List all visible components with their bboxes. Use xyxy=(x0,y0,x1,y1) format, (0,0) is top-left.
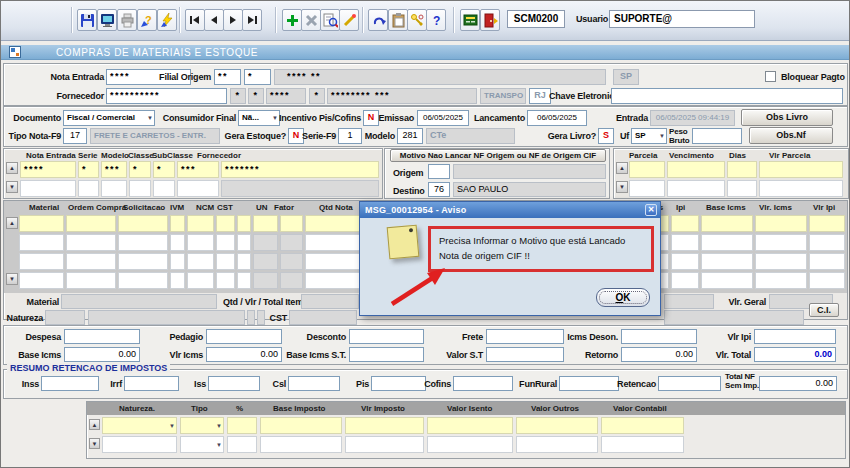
nav-next-button[interactable] xyxy=(223,9,243,31)
items-cell[interactable] xyxy=(19,215,64,232)
nota-grid-cell[interactable]: * xyxy=(129,161,151,178)
items-cell[interactable] xyxy=(809,215,845,232)
parcelas-cell[interactable] xyxy=(759,161,843,178)
csl-field[interactable] xyxy=(288,376,340,391)
ci-button[interactable]: C.I. xyxy=(809,303,839,317)
tipo-nota-field[interactable]: 17 xyxy=(63,128,87,144)
destino-code-field[interactable]: 76 xyxy=(428,182,450,197)
motivo-cif-button[interactable]: Motivo Nao Lancar NF Origem ou NF de Ori… xyxy=(390,149,606,162)
items-cell[interactable] xyxy=(216,215,235,232)
items-cell[interactable] xyxy=(216,234,235,251)
items-cell[interactable] xyxy=(280,215,303,232)
program-code-field[interactable]: SCM0200 xyxy=(507,10,565,28)
parcelas-cell[interactable] xyxy=(759,180,843,197)
impostos-cell[interactable] xyxy=(345,417,424,434)
items-cell[interactable] xyxy=(305,253,361,270)
nota-grid-cell[interactable] xyxy=(177,180,219,197)
documento-combo[interactable]: Fiscal / Comercial▼ xyxy=(63,110,155,126)
items-cell[interactable] xyxy=(66,253,116,270)
chave-eletronica-field[interactable] xyxy=(611,88,843,104)
nota-grid-scroll-up[interactable]: ▲ xyxy=(6,162,18,174)
items-cell[interactable] xyxy=(305,272,361,289)
items-cell[interactable] xyxy=(809,253,845,270)
items-cell[interactable] xyxy=(701,253,753,270)
items-cell[interactable] xyxy=(755,234,807,251)
items-cell[interactable] xyxy=(755,253,807,270)
items-cell[interactable] xyxy=(755,215,807,232)
items-cell[interactable] xyxy=(701,215,753,232)
cofins-field[interactable] xyxy=(453,376,513,391)
nota-grid-cell[interactable] xyxy=(20,180,76,197)
items-cell[interactable] xyxy=(66,234,116,251)
parcelas-scroll-down[interactable]: ▼ xyxy=(616,181,628,193)
parcelas-cell[interactable] xyxy=(667,161,725,178)
icms-deson-field[interactable] xyxy=(621,329,697,344)
paste-button[interactable] xyxy=(388,9,408,31)
nota-grid-cell[interactable]: *** xyxy=(177,161,219,178)
impostos-cell[interactable] xyxy=(227,436,257,453)
usuario-field[interactable]: SUPORTE@ xyxy=(609,10,755,28)
nota-grid-cell[interactable]: * xyxy=(153,161,175,178)
items-cell[interactable] xyxy=(253,215,278,232)
vlr-ipi-field[interactable] xyxy=(754,329,836,344)
items-cell[interactable] xyxy=(305,234,361,251)
parcelas-cell[interactable] xyxy=(667,180,725,197)
query-button[interactable] xyxy=(320,9,340,31)
fornecedor-field[interactable]: ********** xyxy=(106,88,227,104)
items-scroll-down[interactable]: ▼ xyxy=(6,273,18,285)
impostos-tipo-combo[interactable]: ▼ xyxy=(180,436,224,453)
items-cell[interactable] xyxy=(170,215,185,232)
items-cell[interactable] xyxy=(237,253,251,270)
items-cell[interactable] xyxy=(216,253,235,270)
lancamento-field[interactable]: 06/05/2025 xyxy=(527,110,587,126)
impostos-cell[interactable] xyxy=(601,436,684,453)
items-cell[interactable] xyxy=(170,234,185,251)
frete-field[interactable] xyxy=(486,329,564,344)
impostos-tipo-combo[interactable]: ▼ xyxy=(180,417,224,434)
undo-button[interactable] xyxy=(368,9,388,31)
parcelas-cell[interactable] xyxy=(727,161,757,178)
desconto-field[interactable] xyxy=(349,329,424,344)
base-icms-st-field[interactable] xyxy=(349,347,424,362)
execute-button[interactable] xyxy=(157,9,177,31)
items-cell[interactable] xyxy=(305,215,361,232)
nav-prev-button[interactable] xyxy=(204,9,224,31)
impostos-cell[interactable] xyxy=(601,417,684,434)
items-cell[interactable] xyxy=(19,234,64,251)
ok-button[interactable]: OK xyxy=(596,288,650,307)
vlr-icms-field[interactable]: 0.00 xyxy=(206,347,282,362)
items-cell[interactable] xyxy=(187,234,214,251)
items-cell[interactable] xyxy=(118,234,168,251)
help-button[interactable]: ? xyxy=(426,9,446,31)
obs-livro-button[interactable]: Obs Livro xyxy=(741,109,833,126)
uf-combo[interactable]: SP▼ xyxy=(631,128,667,144)
serie-field[interactable]: 1 xyxy=(338,128,362,144)
pedagio-field[interactable] xyxy=(206,329,282,344)
retencao-field[interactable] xyxy=(658,376,721,391)
items-cell[interactable] xyxy=(755,272,807,289)
impostos-scroll-up[interactable]: ▲ xyxy=(89,419,100,430)
parcelas-cell[interactable] xyxy=(629,161,665,178)
impostos-cell[interactable] xyxy=(516,417,598,434)
nav-first-button[interactable] xyxy=(185,9,205,31)
keys-button[interactable] xyxy=(407,9,427,31)
items-cell[interactable] xyxy=(671,253,699,270)
dialog-titlebar[interactable]: MSG_00012954 - Aviso xyxy=(360,202,660,218)
impostos-cell[interactable] xyxy=(102,436,177,453)
nota-grid-cell[interactable]: **** xyxy=(20,161,76,178)
impostos-cell[interactable] xyxy=(227,417,257,434)
despesa-field[interactable] xyxy=(64,329,140,344)
impostos-cell[interactable] xyxy=(427,417,513,434)
items-cell[interactable] xyxy=(237,272,251,289)
retorno-field[interactable]: 0.00 xyxy=(621,347,697,362)
items-cell[interactable] xyxy=(170,272,185,289)
add-record-button[interactable] xyxy=(282,9,302,31)
items-cell[interactable] xyxy=(66,215,116,232)
impostos-cell[interactable] xyxy=(345,436,424,453)
bloquear-pagto-checkbox[interactable] xyxy=(765,71,776,82)
items-cell[interactable] xyxy=(187,272,214,289)
items-cell[interactable] xyxy=(118,253,168,270)
items-cell[interactable] xyxy=(216,272,235,289)
items-cell[interactable] xyxy=(19,253,64,270)
irrf-field[interactable] xyxy=(124,376,179,391)
